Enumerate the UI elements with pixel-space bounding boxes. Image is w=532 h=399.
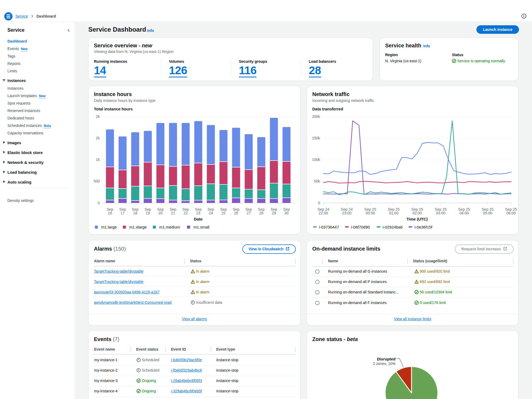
svg-text:06:00: 06:00 — [506, 211, 516, 215]
svg-text:0: 0 — [98, 201, 100, 205]
svg-text:0: 0 — [318, 201, 320, 205]
svg-text:2k: 2k — [96, 136, 100, 140]
svg-text:28: 28 — [259, 211, 264, 215]
svg-text:23: 23 — [196, 211, 201, 215]
svg-text:Date: Date — [194, 217, 203, 221]
svg-text:i-02924ba6: i-02924ba6 — [383, 225, 403, 229]
svg-text:00:00: 00:00 — [365, 211, 375, 215]
svg-text:01:00: 01:00 — [389, 211, 398, 215]
svg-text:i-06f70d90: i-06f70d90 — [351, 225, 370, 229]
svg-text:16: 16 — [108, 211, 112, 215]
svg-text:30: 30 — [284, 211, 289, 215]
svg-text:2k: 2k — [96, 114, 100, 119]
svg-text:18: 18 — [133, 211, 137, 215]
svg-text:m1.large: m1.large — [101, 225, 117, 229]
svg-text:500: 500 — [94, 179, 100, 183]
svg-text:m1.small: m1.small — [193, 225, 209, 229]
svg-text:04:00: 04:00 — [459, 211, 469, 215]
svg-text:i-0e36f15f: i-0e36f15f — [415, 225, 433, 229]
svg-text:23:00: 23:00 — [342, 211, 351, 215]
svg-text:29: 29 — [272, 211, 276, 215]
svg-text:Time (UTC): Time (UTC) — [406, 217, 428, 221]
svg-text:25: 25 — [221, 211, 226, 215]
svg-text:m1.xlarge: m1.xlarge — [129, 225, 147, 229]
svg-text:02:00: 02:00 — [413, 211, 422, 215]
svg-text:03:00: 03:00 — [436, 211, 445, 215]
svg-text:22: 22 — [184, 211, 188, 215]
svg-text:20: 20 — [158, 211, 163, 215]
svg-text:19: 19 — [146, 211, 150, 215]
svg-text:50k: 50k — [314, 179, 320, 183]
svg-text:22:00: 22:00 — [319, 211, 328, 215]
svg-text:m1.medium: m1.medium — [159, 225, 180, 229]
svg-text:1k: 1k — [96, 157, 100, 162]
svg-text:05:00: 05:00 — [483, 211, 492, 215]
svg-text:21: 21 — [171, 211, 175, 215]
svg-text:100k: 100k — [312, 157, 320, 162]
svg-text:Disrupted: Disrupted — [377, 357, 396, 361]
svg-text:26: 26 — [234, 211, 238, 215]
svg-text:24: 24 — [209, 211, 213, 215]
svg-text:150k: 150k — [312, 136, 320, 140]
svg-text:i-03736447: i-03736447 — [319, 225, 339, 229]
svg-text:27: 27 — [247, 211, 251, 215]
svg-text:2 zones, 10%: 2 zones, 10% — [373, 361, 396, 366]
svg-text:17: 17 — [120, 211, 125, 215]
svg-text:200k: 200k — [312, 114, 320, 119]
